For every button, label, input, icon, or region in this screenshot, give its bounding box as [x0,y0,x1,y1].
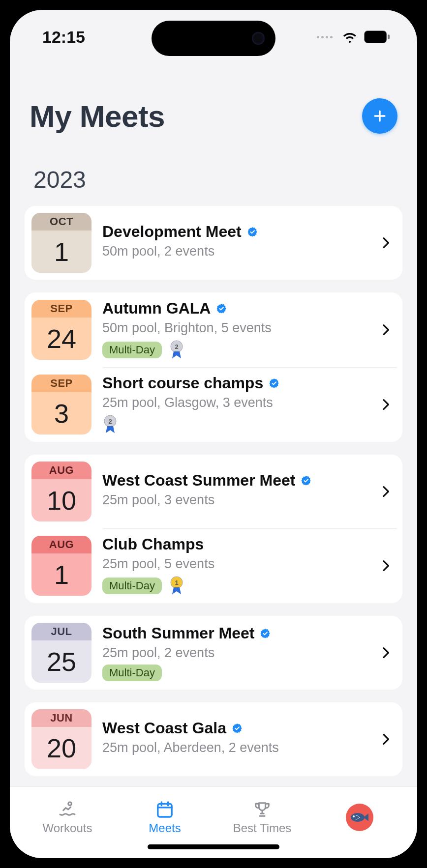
meet-row[interactable]: SEP 3 Short course champs 25m pool, Glas… [25,367,402,442]
verified-icon [259,628,271,639]
meet-title-row: South Summer Meet [102,624,367,642]
date-month: AUG [31,462,92,479]
meet-info: West Coast Gala 25m pool, Aberdeen, 2 ev… [102,719,367,759]
date-badge: JUN 20 [31,709,92,769]
date-day: 1 [31,231,92,273]
meet-row[interactable]: OCT 1 Development Meet 50m pool, 2 event… [25,206,402,280]
tab-profile[interactable] [311,791,408,843]
date-month: JUN [31,709,92,727]
silver-medal-icon: 2 [102,414,118,435]
meet-subtitle: 25m pool, 5 events [102,556,367,572]
chevron-right-icon [378,397,394,412]
tab-meets[interactable]: Meets [116,791,214,843]
meet-title-row: Autumn GALA [102,299,367,318]
date-day: 1 [31,553,92,596]
badge-row: Multi-Day 1 [102,576,367,596]
silver-medal-icon: 2 [169,340,184,360]
tab-label: Meets [149,821,181,835]
meet-title-row: West Coast Gala [102,719,367,737]
screen: 12:15 My Meets 2023 OCT [10,10,417,858]
svg-text:2: 2 [108,418,112,425]
verified-icon [300,475,312,487]
svg-rect-2 [388,34,390,39]
meet-card: JUN 20 West Coast Gala 25m pool, Aberdee… [25,702,402,776]
date-month: OCT [31,213,92,231]
page-header: My Meets [10,64,417,144]
home-indicator [148,844,279,849]
chevron-right-icon [378,484,394,499]
date-badge: OCT 1 [31,213,92,273]
verified-icon [215,303,227,315]
meet-title: West Coast Summer Meet [102,471,295,490]
date-day: 24 [31,318,92,360]
date-month: SEP [31,300,92,318]
meet-row[interactable]: JUN 20 West Coast Gala 25m pool, Aberdee… [25,702,402,776]
meet-title: West Coast Gala [102,719,226,737]
meet-info: Club Champs 25m pool, 5 events Multi-Day… [102,535,367,596]
date-month: JUL [31,623,92,640]
meet-title: Autumn GALA [102,299,211,318]
meet-row[interactable]: AUG 1 Club Champs 25m pool, 5 events Mul… [25,528,402,603]
multiday-badge: Multi-Day [102,578,162,594]
tab-label: Workouts [43,821,92,835]
tab-best-times[interactable]: Best Times [214,791,311,843]
meet-card: OCT 1 Development Meet 50m pool, 2 event… [25,206,402,280]
add-meet-button[interactable] [362,98,397,134]
meet-row[interactable]: SEP 24 Autumn GALA 50m pool, Brighton, 5… [25,292,402,367]
camera-icon [252,32,265,45]
meet-info: Autumn GALA 50m pool, Brighton, 5 events… [102,299,367,360]
meet-title-row: Development Meet [102,223,367,241]
badge-row: Multi-Day 2 [102,340,367,360]
date-day: 3 [31,392,92,434]
meet-info: West Coast Summer Meet 25m pool, 3 event… [102,471,367,512]
svg-text:1: 1 [175,579,178,586]
date-badge: AUG 10 [31,462,92,521]
profile-avatar [346,804,373,831]
meet-subtitle: 25m pool, 2 events [102,645,367,661]
status-right [317,30,390,43]
date-badge: AUG 1 [31,536,92,596]
verified-icon [268,377,280,389]
meet-title-row: Short course champs [102,374,367,392]
trophy-icon [252,800,272,819]
status-time: 12:15 [42,28,85,47]
date-badge: SEP 24 [31,300,92,360]
date-day: 20 [31,727,92,769]
date-month: SEP [31,375,92,392]
cellular-dots-icon [317,36,333,38]
svg-text:2: 2 [175,343,178,350]
meet-subtitle: 50m pool, Brighton, 5 events [102,320,367,336]
meet-title: Short course champs [102,374,263,392]
meet-title-row: West Coast Summer Meet [102,471,367,490]
date-day: 10 [31,479,92,521]
chevron-right-icon [378,645,394,661]
meet-subtitle: 25m pool, 3 events [102,492,367,508]
meet-info: Development Meet 50m pool, 2 events [102,223,367,263]
phone-frame: 12:15 My Meets 2023 OCT [0,0,427,868]
multiday-badge: Multi-Day [102,342,162,358]
year-heading: 2023 [25,166,402,206]
fish-icon [349,810,370,824]
date-day: 25 [31,640,92,683]
meet-info: Short course champs 25m pool, Glasgow, 3… [102,374,367,435]
svg-point-11 [353,815,355,817]
chevron-right-icon [378,731,394,747]
chevron-right-icon [378,558,394,574]
tab-workouts[interactable]: Workouts [19,791,116,843]
meet-title-row: Club Champs [102,535,367,553]
meet-title: Development Meet [102,223,242,241]
verified-icon [231,723,243,734]
meet-subtitle: 50m pool, 2 events [102,244,367,259]
svg-rect-1 [366,32,385,42]
meet-row[interactable]: JUL 25 South Summer Meet 25m pool, 2 eve… [25,616,402,690]
meet-title: South Summer Meet [102,624,254,642]
meet-row[interactable]: AUG 10 West Coast Summer Meet 25m pool, … [25,455,402,528]
wifi-icon [341,30,358,43]
page-title: My Meets [30,99,165,134]
svg-point-10 [351,813,365,822]
dynamic-island [152,21,275,56]
meet-subtitle: 25m pool, Aberdeen, 2 events [102,740,367,755]
date-month: AUG [31,536,92,553]
meet-title: Club Champs [102,535,204,553]
meet-card: AUG 10 West Coast Summer Meet 25m pool, … [25,455,402,603]
